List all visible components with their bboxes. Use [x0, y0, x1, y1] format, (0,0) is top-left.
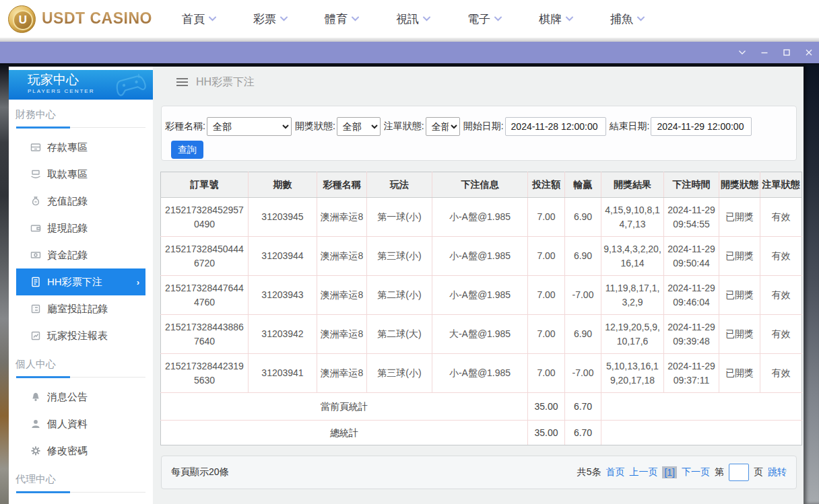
table-cell: 7.00 [528, 276, 565, 315]
nav-item-7[interactable]: 捕魚 [610, 11, 645, 27]
draw-status-label: 開獎狀態: [295, 120, 335, 133]
summary-cell: 當前頁統計 [161, 393, 528, 421]
summary-cell: 35.00 [528, 421, 565, 445]
pagination-bar: 每頁顯示20條 共5条 首页 上一页 [1] 下一页 第 页 跳转 [161, 456, 797, 489]
sidebar-item-label: 玩家投注報表 [47, 330, 108, 343]
sidebar-item-label: 廳室投註記錄 [47, 303, 108, 316]
window-maximize-button[interactable] [781, 48, 791, 58]
top-nav: 首頁彩票體育視訊電子棋牌捕魚 [182, 0, 645, 38]
table-cell: 已開獎 [719, 198, 760, 237]
sidebar-item[interactable]: 存款專區 [16, 134, 145, 161]
chevron-down-icon [280, 16, 288, 22]
sidebar-item[interactable]: 消息公告 [16, 384, 145, 410]
summary-cell: 總統計 [161, 421, 528, 445]
sidebar-section-title-2: 個人中心 [15, 355, 145, 373]
sidebar-item[interactable]: 廳室投註記錄 [16, 295, 145, 322]
table-cell: 5,10,13,16,19,20,17,18 [601, 354, 664, 393]
sidebar-item[interactable]: 個人資料 [16, 410, 145, 437]
breadcrumb: HH彩票下注 [153, 67, 804, 98]
sidebar-item[interactable]: 提現記錄 [16, 215, 145, 242]
order-status-select[interactable]: 全部 [426, 117, 460, 136]
table-cell: 31203942 [249, 315, 317, 354]
sidebar-item[interactable]: 資金記錄 [16, 242, 145, 268]
table-cell: 小-A盤@1.985 [432, 237, 528, 276]
window-minimize-button[interactable] [759, 48, 769, 58]
nav-item-3[interactable]: 體育 [325, 11, 360, 27]
window-collapse-button[interactable] [737, 48, 747, 58]
sidebar-item[interactable]: 玩家投注報表 [16, 322, 145, 349]
lottery-name-select[interactable]: 全部 [207, 117, 292, 136]
table-cell: 2152173284423195630 [161, 354, 249, 393]
page-jump-input[interactable] [729, 464, 749, 481]
table-cell: 4,15,9,10,8,14,7,13 [601, 198, 664, 237]
order-status-label: 注單狀態: [384, 120, 424, 133]
table-row: 215217328452957049031203945澳洲幸运8第一球(小)小-… [161, 198, 802, 237]
table-row: 215217328443886764031203942澳洲幸运8第二球(大)大-… [161, 315, 802, 354]
table-cell: 大-A盤@1.985 [432, 315, 528, 354]
sidebar-item[interactable]: 取款專區 [16, 161, 145, 188]
top-header: U USDT CASINO 首頁彩票體育視訊電子棋牌捕魚 [0, 0, 819, 38]
jump-prefix-label: 第 [715, 466, 724, 478]
window-close-button[interactable] [804, 48, 814, 58]
table-header-cell: 玩法 [367, 172, 432, 198]
sidebar-item[interactable]: HH彩票下注› [16, 268, 145, 295]
start-date-input[interactable] [505, 117, 606, 136]
nav-item-2[interactable]: 彩票 [253, 11, 288, 27]
sidebar-section-title-3: 代理中心 [15, 470, 145, 488]
table-header-cell: 注單狀態 [760, 172, 802, 198]
sidebar-item-label: 個人資料 [47, 418, 88, 431]
search-button[interactable]: 查詢 [171, 141, 203, 159]
page-summary-row: 當前頁統計35.006.70 [161, 393, 802, 421]
table-cell: 有效 [760, 237, 802, 276]
nav-item-label: 捕魚 [610, 11, 633, 27]
prev-page-link[interactable]: 上一页 [629, 466, 657, 478]
table-cell: 有效 [760, 276, 802, 315]
table-cell: 31203945 [249, 198, 317, 237]
background-right-strip [804, 63, 819, 504]
nav-item-5[interactable]: 電子 [467, 11, 502, 27]
window-titlebar [0, 42, 819, 63]
nav-item-label: 視訊 [396, 11, 419, 27]
lottery-bet-icon [30, 277, 41, 287]
recharge-record-icon [30, 196, 41, 207]
table-row: 215217328447644476031203943澳洲幸运8第二球(小)小-… [161, 276, 802, 315]
table-cell: 小-A盤@1.985 [432, 276, 528, 315]
hall-record-icon [30, 303, 41, 314]
table-cell: 12,19,20,5,9,10,17,6 [601, 315, 664, 354]
table-cell: 第三球(小) [367, 237, 432, 276]
sidebar: 玩家中心 PLAYERS CENTER 財務中心存款專區取款專區充值記錄提現記錄… [9, 67, 153, 504]
chevron-down-icon [636, 16, 645, 22]
brand-logo[interactable]: U USDT CASINO [8, 4, 152, 33]
table-cell: -7.00 [565, 276, 601, 315]
background-left-strip [0, 63, 9, 504]
current-page-badge: [1] [662, 466, 677, 478]
table-cell: 第三球(小) [367, 354, 432, 393]
end-date-input[interactable] [651, 117, 752, 136]
jump-button[interactable]: 跳转 [768, 466, 787, 478]
nav-item-4[interactable]: 視訊 [396, 11, 431, 27]
table-cell: 有效 [760, 315, 802, 354]
table-cell: 第一球(小) [367, 198, 432, 237]
table-header-cell: 開獎狀態 [719, 172, 760, 198]
sidebar-item-label: 存款專區 [47, 141, 88, 154]
table-header-cell: 彩種名稱 [317, 172, 367, 198]
first-page-link[interactable]: 首页 [605, 466, 624, 478]
table-row: 215217328442319563031203941澳洲幸运8第三球(小)小-… [161, 354, 802, 393]
brand-name: USDT CASINO [42, 9, 152, 28]
password-icon [30, 445, 41, 456]
menu-icon[interactable] [176, 78, 188, 79]
next-page-link[interactable]: 下一页 [682, 466, 710, 478]
nav-item-6[interactable]: 棋牌 [539, 11, 574, 27]
lottery-name-label: 彩種名稱: [165, 120, 205, 133]
sidebar-item-label: 充值記錄 [47, 195, 88, 208]
table-cell: 2024-11-29 09:54:55 [664, 198, 719, 237]
page-size-text: 每頁顯示20條 [171, 466, 229, 478]
table-cell: 7.00 [528, 198, 565, 237]
table-cell: 2152173284504446720 [161, 237, 249, 276]
sidebar-item-label: 取款專區 [47, 168, 88, 181]
sidebar-item[interactable]: 充值記錄 [16, 188, 145, 215]
sidebar-item[interactable]: 修改密碼 [16, 437, 145, 464]
nav-item-1[interactable]: 首頁 [182, 11, 217, 27]
draw-status-select[interactable]: 全部 [337, 117, 381, 136]
table-header-cell: 開獎結果 [601, 172, 664, 198]
